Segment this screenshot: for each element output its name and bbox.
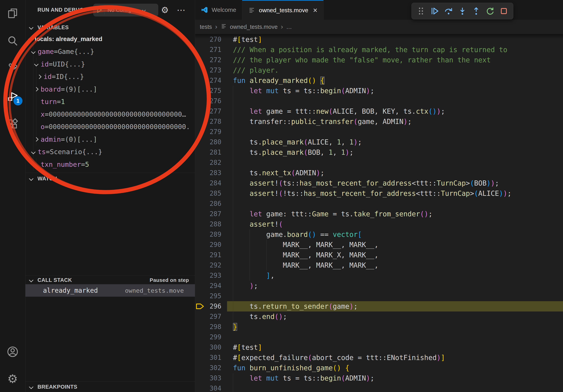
variable-name: admin	[41, 135, 61, 143]
chevron-right-icon[interactable]	[34, 87, 39, 91]
code-token: mut	[266, 87, 279, 95]
code-line-text: #[test]	[227, 34, 563, 45]
line-number: 270	[195, 34, 221, 45]
chevron-right-icon[interactable]	[34, 137, 39, 142]
line-number: 304	[195, 383, 221, 392]
code-line-text: ts.return_to_sender(game);	[227, 301, 563, 312]
indent-guide	[233, 117, 233, 127]
code-token: ]	[441, 354, 445, 362]
variable-row-o[interactable]: o = 0000000000000000000000000000000000.	[25, 121, 195, 133]
code-token: >	[466, 179, 470, 187]
views-more-actions-icon[interactable]: ⋯	[177, 0, 186, 20]
code-token: public_transfer	[291, 118, 354, 126]
code-token: TurnCap	[441, 189, 470, 197]
indent-guide	[233, 291, 233, 301]
code-token: vector	[333, 231, 358, 238]
code-line-text: ts.next_tx(ADMIN);	[227, 168, 563, 178]
code-line-text: /// player.	[227, 65, 563, 75]
line-number: 276	[195, 96, 221, 106]
line-number: 294	[195, 281, 221, 291]
debug-restart-button[interactable]	[484, 5, 496, 17]
chevron-right-icon[interactable]	[37, 74, 42, 79]
debug-settings-gear-icon[interactable]: ⚙	[161, 0, 169, 20]
chevron-down-icon	[29, 176, 34, 181]
variables-section-header[interactable]: VARIABLES	[25, 22, 195, 33]
move-file-icon	[248, 7, 255, 14]
extensions-icon[interactable]	[0, 112, 25, 136]
tab-welcome[interactable]: Welcome	[195, 0, 242, 20]
variable-row-x[interactable]: x = 000000000000000000000000000000000…	[25, 108, 195, 121]
start-debugging-icon[interactable]	[95, 6, 103, 14]
code-token: BOB,	[308, 148, 328, 156]
code-token: <ttt::	[416, 189, 441, 197]
equals-sign: =	[54, 48, 58, 55]
variable-row-turn[interactable]: turn = 1	[25, 95, 195, 108]
code-line-text	[227, 96, 563, 106]
source-control-icon[interactable]	[0, 56, 25, 80]
code-line-text	[227, 291, 563, 301]
indent-guide	[233, 301, 233, 312]
line-number: 289	[195, 229, 221, 240]
variable-value: Game{...}	[58, 48, 94, 55]
code-line-text	[227, 332, 563, 342]
equals-sign: =	[57, 98, 61, 105]
call-stack-section-header[interactable]: CALL STACK Paused on step	[25, 276, 195, 284]
equals-sign: =	[46, 148, 50, 156]
code-token: begin	[320, 374, 341, 382]
chevron-down-icon[interactable]	[31, 150, 36, 154]
code-line-text	[227, 157, 563, 168]
sidebar-title: RUN AND DEBUG	[38, 0, 84, 20]
chevron-down-icon[interactable]	[34, 62, 39, 66]
variable-value: 0000000000000000000000000000000000.	[49, 123, 190, 131]
debug-drag-handle-icon	[415, 5, 427, 17]
chevron-down-icon[interactable]	[31, 49, 36, 54]
debug-step-into-button[interactable]	[457, 5, 468, 17]
account-icon[interactable]	[0, 340, 25, 364]
code-token: take_from_sender	[354, 210, 420, 218]
code-viewport[interactable]: 270#[test]271/// When a position is alre…	[195, 34, 563, 392]
variable-row-id[interactable]: id = UID{...}	[25, 58, 195, 70]
call-stack-frame[interactable]: already_markedowned_tests.move	[25, 284, 195, 297]
explorer-icon[interactable]	[0, 1, 25, 25]
breadcrumb-item[interactable]: …	[286, 24, 292, 30]
close-icon[interactable]: ×	[313, 6, 317, 15]
variable-value: ID{...}	[56, 73, 84, 80]
code-line-287: 287 let game: ttt::Game = ts.take_from_s…	[195, 209, 563, 219]
line-number: 284	[195, 178, 221, 188]
code-token: next_tx	[262, 169, 291, 177]
code-line-text: let mut ts = ts::begin(ADMIN);	[227, 373, 563, 383]
run-and-debug-icon[interactable]: 1	[0, 84, 25, 108]
code-token: fun	[233, 77, 245, 84]
debug-stop-button[interactable]	[498, 5, 510, 17]
variables-scope-row[interactable]: locals: already_marked	[25, 33, 195, 45]
chevron-down-icon[interactable]	[28, 37, 33, 41]
breakpoints-section-header[interactable]: BREAKPOINTS	[25, 382, 195, 392]
code-token: ts.	[233, 313, 262, 321]
variable-row-txn_number[interactable]: txn_number = 5	[25, 158, 195, 171]
watch-section-header[interactable]: WATCH	[25, 173, 195, 184]
line-number: 288	[195, 219, 221, 229]
search-icon[interactable]	[0, 29, 25, 53]
tab-owned-tests-move[interactable]: owned_tests.move×	[242, 0, 323, 20]
breadcrumb-item[interactable]: tests	[200, 24, 212, 30]
debug-step-over-button[interactable]	[443, 5, 454, 17]
breadcrumb-separator: ›	[281, 23, 283, 30]
editor-area: Welcomeowned_tests.move× tests›owned_tes…	[195, 0, 563, 392]
code-token: ]	[266, 272, 270, 279]
variable-row-ts[interactable]: ts = Scenario{...}	[25, 146, 195, 158]
code-token: already_marked	[250, 77, 308, 84]
variable-row-board[interactable]: board = (9)[...]	[25, 83, 195, 95]
code-line-286: 286	[195, 198, 563, 209]
debug-step-out-button[interactable]	[471, 5, 482, 17]
debug-config-dropdown[interactable]: No Configur…	[93, 4, 158, 16]
variable-row-id[interactable]: id = ID{...}	[25, 70, 195, 83]
debug-continue-button[interactable]	[429, 5, 440, 17]
settings-gear-icon[interactable]: ⚙	[0, 367, 25, 391]
code-token: ;	[441, 107, 445, 115]
breadcrumb-item[interactable]: owned_tests.move	[230, 24, 278, 30]
variable-row-game[interactable]: game = Game{...}	[25, 45, 195, 58]
code-token: game.	[233, 231, 287, 238]
code-line-text	[227, 383, 563, 392]
code-token: (	[275, 313, 279, 321]
variable-row-admin[interactable]: admin = (0)[...]	[25, 133, 195, 146]
